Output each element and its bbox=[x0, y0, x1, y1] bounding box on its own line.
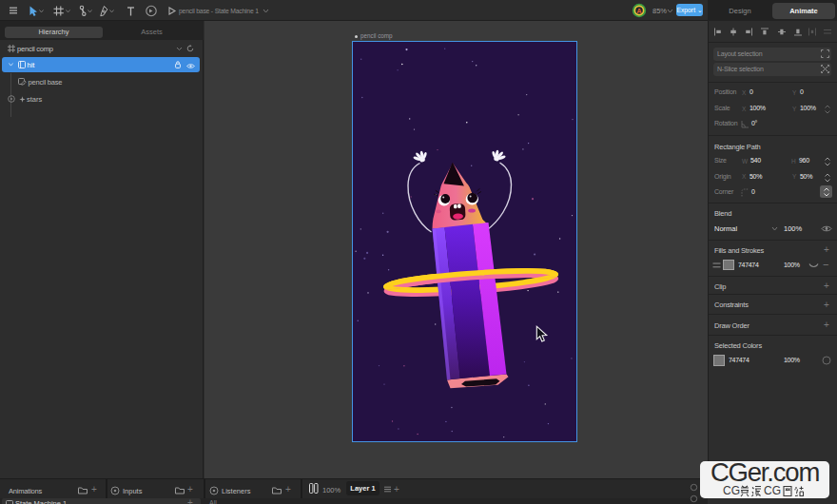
svg-text:CG: CG bbox=[723, 485, 740, 497]
svg-text:A: A bbox=[636, 7, 642, 15]
svg-text:CG: CG bbox=[764, 485, 781, 497]
